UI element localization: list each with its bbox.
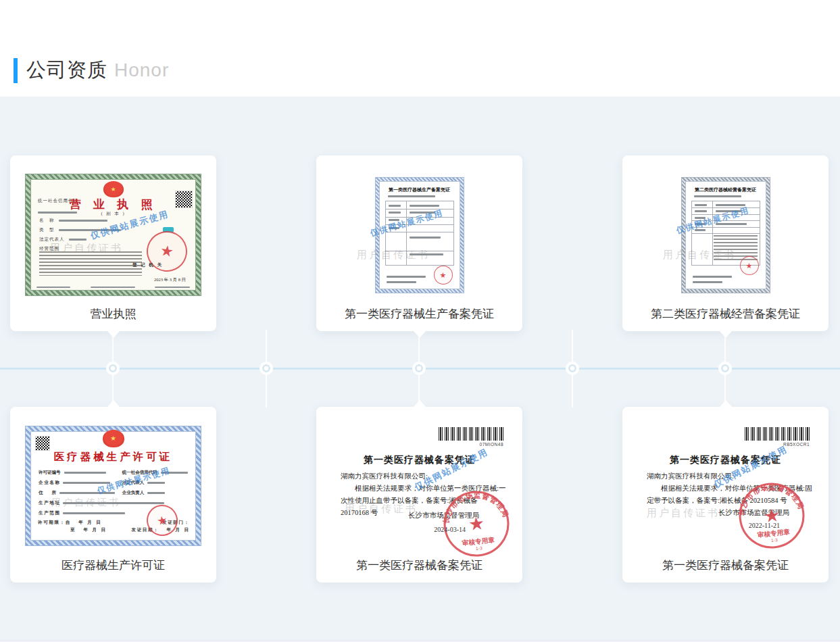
certificate-table xyxy=(385,201,454,266)
business-license-subtitle: ( 副 本 ) xyxy=(31,211,195,217)
field-label: 许可证编号 xyxy=(39,470,61,476)
timeline-node xyxy=(718,362,732,375)
recipient-line: 湖南力宾医疗科技有限公司: xyxy=(341,472,428,481)
seal-star-icon: ★ xyxy=(468,513,486,535)
timeline-node xyxy=(260,362,273,375)
certificate-caption: 第一类医疗器械备案凭证 xyxy=(622,558,829,573)
certificate-title: 医疗器械生产许可证 xyxy=(31,450,195,464)
certificate-card-class2-operation-filing[interactable]: 第二类医疗器械经营备案凭证 xyxy=(622,155,829,331)
card-pointer-down xyxy=(720,331,732,338)
card-pointer-down xyxy=(107,331,120,338)
scope-text-block xyxy=(39,251,142,276)
certificate-caption: 营业执照 xyxy=(10,306,216,322)
seal-number: 1-3 xyxy=(771,537,779,543)
business-license-title: 营 业 执 照 xyxy=(31,197,195,212)
certificate-image: 第一类医疗器械生产备案凭证 xyxy=(375,177,464,293)
issuer-label: 登 记 机 关 xyxy=(132,262,163,268)
section-header: 公司资质 Honor xyxy=(14,57,169,84)
term-label: 许 可 期 限 ： 自 年 月 日 xyxy=(38,520,101,527)
seal-label: 审核专用章 xyxy=(757,528,791,539)
certificate-title: 第二类医疗器械经营备案凭证 xyxy=(686,187,766,193)
red-seal: 长沙市市场监督管理局 ★ 审核专用章 1-3 xyxy=(734,478,810,553)
timeline-node xyxy=(106,362,120,375)
card-pointer-up xyxy=(414,400,426,407)
certificate-title: 第一类医疗器械备案凭证 xyxy=(622,454,829,466)
certificate-caption: 医疗器械生产许可证 xyxy=(10,558,216,573)
section-subtitle: Honor xyxy=(114,59,169,81)
red-seal: 长沙市市场监督管理局 ★ 审核专用章 1-3 xyxy=(439,486,514,562)
recipient-line: 湖南力宾医疗科技有限公司: xyxy=(647,472,734,481)
certificate-card-class1-filing-b[interactable]: RB5XOCR1 第一类医疗器械备案凭证 湖南力宾医疗科技有限公司: 根据相关法… xyxy=(622,407,829,583)
watermark-gray: 用户自传证书 xyxy=(647,507,720,520)
field-label: 生 产 地 址 xyxy=(39,500,59,506)
business-license-image: ★ 统一社会信用代码 营 业 执 照 ( 副 本 ) 名 称 类 型 法定代表人… xyxy=(25,174,201,296)
certificate-caption: 第二类医疗器械经营备案凭证 xyxy=(622,306,829,322)
production-license-image: ★ 医疗器械生产许可证 许可证编号 统一社会信用代码 企 业 名 称 法定代表人… xyxy=(25,426,201,546)
certificate-title: 第一类医疗器械备案凭证 xyxy=(316,454,522,466)
barcode-label: RB5XOCR1 xyxy=(783,442,810,447)
term-label-2: 至 年 月 日 xyxy=(70,527,105,535)
timeline-node xyxy=(412,362,426,375)
field-label: 生 产 范 围 xyxy=(39,510,59,516)
national-emblem-icon: ★ xyxy=(103,430,124,447)
barcode xyxy=(745,427,810,441)
field-label: 类 型 xyxy=(39,227,55,233)
issue-date: 2023 年 3 月 8 日 xyxy=(154,277,186,283)
certificate-image: 第二类医疗器械经营备案凭证 xyxy=(681,177,770,293)
qr-code xyxy=(35,436,50,451)
field-label: 统一社会信用代码 xyxy=(122,470,157,476)
field-label: 法定代表人 xyxy=(39,237,65,243)
header-accent-bar xyxy=(14,58,18,83)
seal-label: 审核专用章 xyxy=(462,536,495,547)
card-pointer-down xyxy=(414,331,426,338)
field-label: 企 业 名 称 xyxy=(39,480,59,486)
section-title: 公司资质 xyxy=(26,57,107,84)
issue-date: 2022-11-21 xyxy=(749,522,780,529)
qr-code xyxy=(175,191,193,208)
certificate-card-class1-production-filing[interactable]: 第一类医疗器械生产备案凭证 xyxy=(316,155,522,331)
certificate-caption: 第一类医疗器械备案凭证 xyxy=(316,558,522,573)
certificate-card-production-license[interactable]: ★ 医疗器械生产许可证 许可证编号 统一社会信用代码 企 业 名 称 法定代表人… xyxy=(10,407,216,583)
certificate-caption: 第一类医疗器械生产备案凭证 xyxy=(316,306,522,322)
certificate-card-class1-filing-a[interactable]: 07MION48 第一类医疗器械备案凭证 湖南力宾医疗科技有限公司: 根据相关法… xyxy=(316,407,522,583)
certificate-card-business-license[interactable]: ★ 统一社会信用代码 营 业 执 照 ( 副 本 ) 名 称 类 型 法定代表人… xyxy=(10,155,216,331)
issue-date: 2024-03-14 xyxy=(434,526,466,533)
red-seal: ★ xyxy=(434,266,453,285)
certificate-title: 第一类医疗器械生产备案凭证 xyxy=(380,187,460,193)
barcode xyxy=(439,427,503,441)
card-pointer-up xyxy=(720,400,732,407)
card-pointer-up xyxy=(107,400,120,407)
national-emblem-icon: ★ xyxy=(103,181,124,197)
field-label: 住 所 xyxy=(39,490,56,496)
company-honor-page: 公司资质 Honor ★ 统一社会信用代码 营 业 执 照 xyxy=(0,0,840,642)
field-label: 企业负责人 xyxy=(122,490,145,496)
honor-section: ★ 统一社会信用代码 营 业 执 照 ( 副 本 ) 名 称 类 型 法定代表人… xyxy=(0,97,840,642)
seal-number: 1-3 xyxy=(476,545,483,551)
field-label: 名 称 xyxy=(39,218,55,224)
timeline-node xyxy=(566,362,579,375)
barcode-label: 07MION48 xyxy=(480,442,503,447)
red-seal: ★ xyxy=(740,256,759,275)
field-label: 法定代表人 xyxy=(122,480,145,486)
